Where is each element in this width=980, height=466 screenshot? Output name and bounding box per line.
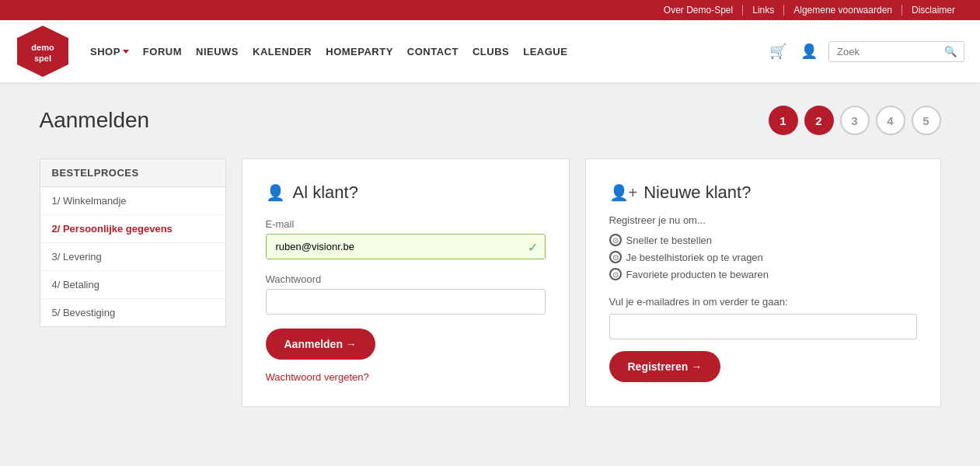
main-nav: SHOP FORUM NIEUWS KALENDER HOMEPARTY CON…: [85, 43, 759, 61]
benefit-list: ⊙ Sneller te bestellen ⊙ Je bestelhistor…: [609, 234, 917, 280]
nav-homeparty[interactable]: HOMEPARTY: [321, 43, 398, 61]
sidebar-item-levering[interactable]: 3/ Levering: [40, 243, 225, 271]
login-submit-button[interactable]: Aanmelden →: [266, 329, 375, 360]
nav-nieuws[interactable]: NIEUWS: [191, 43, 243, 61]
top-link-links[interactable]: Links: [743, 5, 784, 16]
top-link-over-demo-spel[interactable]: Over Demo-Spel: [654, 5, 743, 16]
nav-shop[interactable]: SHOP: [85, 43, 134, 61]
login-card-title: 👤 Al klant?: [266, 183, 546, 203]
sidebar-item-persoonsgegevens[interactable]: 2/ Persoonlijke gegevens: [40, 215, 225, 243]
login-card: 👤 Al klant? E-mail ✓ Wachtwoord Aanmelde…: [242, 158, 570, 407]
email-field[interactable]: [266, 234, 546, 259]
password-field[interactable]: [266, 289, 546, 315]
benefit-check-2: ⊙: [609, 251, 622, 263]
person-plus-icon: 👤+: [609, 183, 638, 202]
sidebar-item-winkelmandje[interactable]: 1/ Winkelmandje: [40, 187, 225, 215]
email-label: E-mail: [266, 218, 546, 230]
register-card: 👤+ Nieuwe klant? Registreer je nu om... …: [585, 158, 941, 407]
sidebar: BESTELPROCES 1/ Winkelmandje 2/ Persoonl…: [40, 158, 226, 407]
svg-text:spel: spel: [34, 54, 51, 63]
top-link-disclaimer[interactable]: Disclaimer: [902, 5, 964, 16]
nav-forum[interactable]: FORUM: [138, 43, 187, 61]
password-form-group: Wachtwoord: [266, 273, 546, 315]
top-link-algemene-voorwaarden[interactable]: Algemene voorwaarden: [784, 5, 902, 16]
sidebar-item-bevestiging[interactable]: 5/ Bevestiging: [40, 299, 225, 326]
benefit-check-3: ⊙: [609, 268, 622, 280]
page-header: Aanmelden 1 2 3 4 5: [40, 106, 941, 135]
search-submit-button[interactable]: 🔍: [938, 42, 964, 61]
page-title: Aanmelden: [40, 108, 150, 133]
password-label: Wachtwoord: [266, 273, 546, 285]
benefit-check-1: ⊙: [609, 234, 622, 246]
step-5[interactable]: 5: [912, 106, 941, 135]
register-email-field[interactable]: [609, 314, 917, 339]
register-subtitle: Registreer je nu om...: [609, 214, 917, 226]
nav-kalender[interactable]: KALENDER: [248, 43, 316, 61]
register-email-label: Vul je e-mailadres in om verder te gaan:: [609, 296, 917, 308]
sidebar-header: BESTELPROCES: [40, 159, 225, 187]
main-content: Aanmelden 1 2 3 4 5 BESTELPROCES: [24, 82, 957, 430]
benefit-item-1: ⊙ Sneller te bestellen: [609, 234, 917, 246]
nav-contact[interactable]: CONTACT: [403, 43, 463, 61]
register-title: 👤+ Nieuwe klant?: [609, 183, 917, 203]
content-layout: BESTELPROCES 1/ Winkelmandje 2/ Persoonl…: [40, 158, 941, 407]
benefit-item-3: ⊙ Favoriete producten te bewaren: [609, 268, 917, 280]
benefit-item-2: ⊙ Je bestelhistoriek op te vragen: [609, 251, 917, 263]
person-icon: 👤: [266, 183, 285, 202]
forgot-password-link[interactable]: Wachtwoord vergeten?: [266, 371, 546, 383]
email-form-group: E-mail ✓: [266, 218, 546, 259]
shop-dropdown-arrow: [123, 50, 129, 54]
svg-text:demo: demo: [31, 43, 54, 52]
header-icons: 🛒 👤 🔍: [766, 40, 964, 63]
step-indicators: 1 2 3 4 5: [769, 106, 941, 135]
account-button[interactable]: 👤: [797, 40, 821, 63]
sidebar-card: BESTELPROCES 1/ Winkelmandje 2/ Persoonl…: [40, 158, 226, 327]
step-1[interactable]: 1: [769, 106, 798, 135]
register-submit-button[interactable]: Registreren →: [609, 351, 721, 382]
step-2[interactable]: 2: [804, 106, 834, 135]
main-area: 👤 Al klant? E-mail ✓ Wachtwoord Aanmelde…: [242, 158, 941, 407]
cart-button[interactable]: 🛒: [766, 40, 790, 63]
step-4[interactable]: 4: [876, 106, 905, 135]
top-bar: Over Demo-Spel Links Algemene voorwaarde…: [0, 0, 980, 20]
logo[interactable]: demo spel: [16, 24, 70, 78]
search-box: 🔍: [828, 41, 964, 62]
step-3[interactable]: 3: [840, 106, 870, 135]
nav-league[interactable]: LEAGUE: [518, 43, 572, 61]
nav-clubs[interactable]: CLUBS: [468, 43, 514, 61]
header: demo spel SHOP FORUM NIEUWS KALENDER HOM…: [0, 20, 980, 82]
search-input[interactable]: [829, 42, 938, 61]
email-input-wrapper: ✓: [266, 234, 546, 259]
email-valid-icon: ✓: [528, 239, 538, 254]
sidebar-item-betaling[interactable]: 4/ Betaling: [40, 271, 225, 299]
